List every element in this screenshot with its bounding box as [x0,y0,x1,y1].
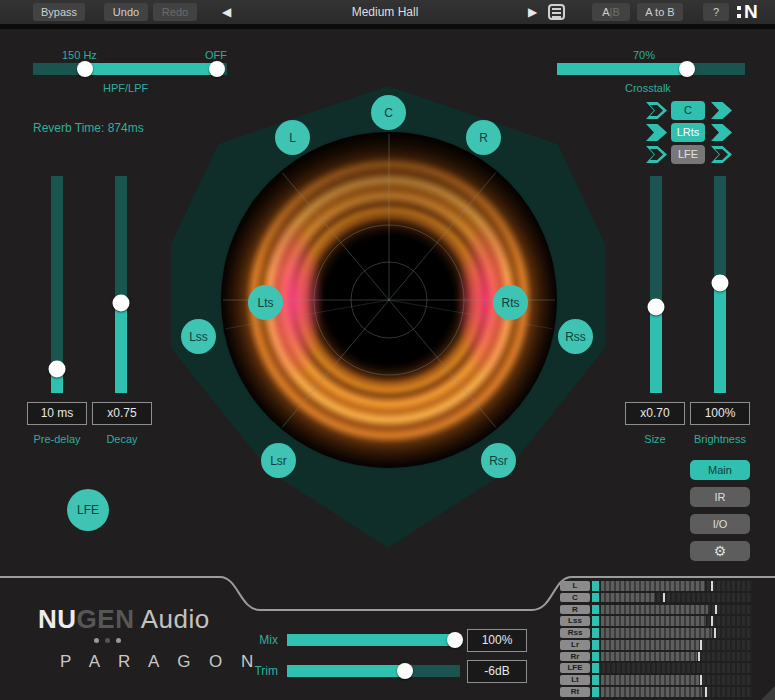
crosstalk-label: Crosstalk [625,82,671,94]
meter-label: R [560,605,590,615]
top-toolbar: Bypass Undo Redo ◀ Medium Hall ▶ A|B A t… [0,0,775,24]
meter-track [592,616,752,626]
meter-track [592,675,752,685]
preset-prev-icon[interactable]: ◀ [222,4,231,20]
route-in-lfe-icon[interactable] [646,146,667,163]
route-out-lrts-icon[interactable] [711,124,732,141]
lpf-value-label: OFF [205,49,227,61]
brightness-slider[interactable] [714,176,726,393]
meter-row: Rt [560,687,760,697]
trim-slider[interactable] [287,665,460,677]
ab-active-label: A [602,6,609,18]
bypass-button[interactable]: Bypass [33,3,85,21]
brand-gen: GEN [77,604,135,634]
channel-node-r[interactable]: R [466,120,501,155]
paragon-plugin-window: Bypass Undo Redo ◀ Medium Hall ▶ A|B A t… [0,0,775,700]
mix-handle[interactable] [447,632,463,648]
route-in-c-icon[interactable] [646,102,667,119]
tab-io[interactable]: I/O [690,514,750,534]
decay-label: Decay [92,433,152,445]
channel-node-lfe[interactable]: LFE [67,489,109,531]
brand-audio: Audio [134,604,209,634]
brightness-handle[interactable] [712,274,729,291]
settings-gear-button[interactable]: ⚙ [690,541,750,561]
channel-node-l[interactable]: L [275,120,310,155]
preset-list-icon[interactable] [548,4,565,20]
channel-node-lts[interactable]: Lts [248,285,283,320]
meter-label: L [560,581,590,591]
channel-node-rss[interactable]: Rss [558,319,593,354]
meter-track [592,640,752,650]
meter-label: C [560,593,590,603]
meter-label: LFE [560,663,590,673]
preset-next-icon[interactable]: ▶ [528,4,537,20]
meter-row: Lr [560,640,760,650]
lpf-handle[interactable] [209,61,225,77]
hpf-lpf-slider[interactable] [33,63,227,75]
redo-button[interactable]: Redo [153,3,197,21]
resize-grip[interactable] [761,686,775,700]
route-lrts-button[interactable]: LRts [671,123,705,142]
trim-value[interactable]: -6dB [467,660,527,683]
mix-value[interactable]: 100% [467,629,527,652]
route-out-c-icon[interactable] [711,102,732,119]
hpf-handle[interactable] [77,61,93,77]
channel-node-c[interactable]: C [371,95,406,130]
tab-main[interactable]: Main [690,460,750,480]
meter-row: Lss [560,616,760,626]
crosstalk-handle[interactable] [679,61,695,77]
meter-track [592,628,752,638]
tab-ir[interactable]: IR [690,487,750,507]
size-value[interactable]: x0.70 [625,402,685,425]
help-button[interactable]: ? [703,3,729,21]
decay-slider[interactable] [115,176,127,393]
product-name: P A R A G O N [60,652,260,672]
mix-slider[interactable] [287,634,460,646]
meter-label: Rr [560,652,590,662]
size-handle[interactable] [648,299,665,316]
meter-row: Lt [560,675,760,685]
meter-label: Rss [560,628,590,638]
route-c-button[interactable]: C [671,101,705,120]
channel-node-rts[interactable]: Rts [493,285,528,320]
size-slider[interactable] [650,176,662,393]
meter-track [592,652,752,662]
a-to-b-button[interactable]: A to B [637,3,683,21]
crosstalk-value-label: 70% [633,49,655,61]
meter-track [592,687,752,697]
brand-wordmark: NUGEN Audio [38,604,210,635]
meter-track [592,581,752,591]
size-label: Size [625,433,685,445]
meter-row: Rss [560,628,760,638]
meter-track [592,593,752,603]
decay-handle[interactable] [113,294,130,311]
preset-name[interactable]: Medium Hall [310,5,460,19]
trim-label: Trim [252,664,278,678]
channel-node-lsr[interactable]: Lsr [261,443,296,478]
nugen-logo-icon: N [737,2,758,22]
ab-compare-button[interactable]: A|B [592,3,630,21]
route-lfe-button[interactable]: LFE [671,145,705,164]
meter-row: C [560,593,760,603]
meter-row: Rr [560,652,760,662]
channel-node-lss[interactable]: Lss [181,319,216,354]
crosstalk-slider[interactable] [557,63,745,75]
pre-delay-value[interactable]: 10 ms [27,402,87,425]
undo-button[interactable]: Undo [104,3,148,21]
gear-icon: ⚙ [714,543,727,559]
route-out-lfe-icon[interactable] [711,146,732,163]
brightness-value[interactable]: 100% [690,402,750,425]
brightness-label: Brightness [683,433,757,445]
meter-row: LFE [560,663,760,673]
channel-node-rsr[interactable]: Rsr [481,443,516,478]
trim-handle[interactable] [397,663,413,679]
meter-track [592,605,752,615]
toolbar-separator [0,24,775,29]
hpf-lpf-label: HPF/LPF [103,82,148,94]
meter-label: Lss [560,616,590,626]
decay-value[interactable]: x0.75 [92,402,152,425]
pre-delay-slider[interactable] [51,176,63,393]
route-in-lrts-icon[interactable] [646,124,667,141]
pre-delay-label: Pre-delay [27,433,87,445]
pre-delay-handle[interactable] [49,361,66,378]
